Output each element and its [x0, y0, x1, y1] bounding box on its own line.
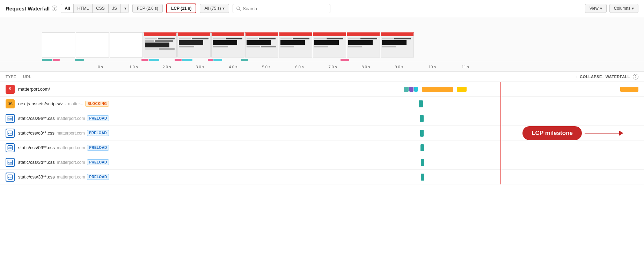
timeline-ruler: 0 s 1.0 s 2.0 s 3.0 s 4.0 s 5.0 s 6.0 s … [0, 62, 644, 72]
url-text: static/css/9e**.css matterport.com PRELO… [18, 115, 401, 121]
table-row: CSS static/css/33**.css matterport.com P… [0, 170, 644, 184]
url-text: static/css/c3**.css matterport.com PRELO… [18, 130, 401, 136]
filter-all[interactable]: All [61, 4, 74, 13]
filmstrip-frame-7 [279, 32, 312, 58]
url-text: static/css/33**.css matterport.com PRELO… [18, 174, 401, 180]
filter-html[interactable]: HTML [74, 4, 93, 13]
column-headers: TYPE URL → COLLAPSE ↓ WATERFALL ? [0, 72, 644, 82]
url-domain: matterport.com [57, 175, 85, 180]
svg-text:CSS: CSS [8, 147, 13, 149]
all-time-button[interactable]: All (75 s) ▾ [200, 4, 229, 13]
table-row: CSS static/css/c3**.css matterport.com P… [0, 126, 644, 140]
url-domain: matterport.com [57, 131, 85, 136]
table-row: JS nextjs-assets/scripts/v... matter... … [0, 97, 644, 111]
url-domain: matterport.com [57, 116, 85, 121]
filmstrip-frame-9 [347, 32, 380, 58]
filter-more-dropdown[interactable]: ▾ [121, 4, 129, 13]
help-icon[interactable]: ? [52, 6, 57, 11]
table-row: 5 matterport.com/ [0, 82, 644, 97]
filter-css[interactable]: CSS [93, 4, 109, 13]
lcp-bubble: LCP milestone [522, 126, 582, 140]
url-domain: matter... [68, 101, 83, 106]
url-text: nextjs-assets/scripts/v... matter... BLO… [18, 101, 401, 107]
svg-text:CSS: CSS [8, 162, 13, 164]
type-icon-css: CSS [6, 114, 15, 123]
url-path: static/css/33**.css [18, 174, 55, 180]
type-icon-css: CSS [6, 143, 15, 152]
search-icon [236, 6, 241, 11]
url-path: static/css/3d**.css [18, 160, 55, 165]
filmstrip-frame-2 [110, 32, 143, 58]
filmstrip-frame-6 [245, 32, 278, 58]
col-header-type: TYPE [6, 75, 23, 79]
type-icon-html: 5 [6, 85, 15, 94]
ruler-11s: 11 s [449, 65, 482, 69]
table-row: CSS static/css/09**.css matterport.com P… [0, 140, 644, 155]
columns-button[interactable]: Columns ▾ [609, 4, 638, 13]
url-domain: matterport.com [57, 145, 85, 150]
badge-blocking: BLOCKING [85, 101, 109, 107]
ruler-9s: 9.0 s [382, 65, 416, 69]
view-dropdown-icon: ▾ [600, 6, 602, 11]
type-icon-css: CSS [6, 129, 15, 138]
page-title-area: Request Waterfall ? [6, 6, 57, 12]
filter-group: All HTML CSS JS ▾ [61, 4, 129, 13]
filmstrip-frame-10 [381, 32, 414, 58]
badge-preload: PRELOAD [87, 159, 109, 165]
ruler-6s: 6.0 s [283, 65, 316, 69]
ruler-4s: 4.0 s [217, 65, 250, 69]
ruler-3s: 3.0 s [183, 65, 217, 69]
badge-preload: PRELOAD [87, 174, 109, 180]
url-path: static/css/09**.css [18, 145, 55, 150]
svg-text:CSS: CSS [8, 118, 13, 120]
url-path: matterport.com/ [18, 86, 50, 92]
lcp-milestone-annotation: LCP milestone [522, 126, 623, 140]
url-text: matterport.com/ [18, 86, 401, 92]
url-text: static/css/09**.css matterport.com PRELO… [18, 145, 401, 151]
svg-text:CSS: CSS [8, 132, 13, 135]
url-text: static/css/3d**.css matterport.com PRELO… [18, 159, 401, 165]
right-buttons: View ▾ Columns ▾ [585, 4, 638, 13]
filmstrip-row [0, 19, 644, 58]
badge-preload: PRELOAD [87, 145, 109, 151]
type-icon-css: CSS [6, 173, 15, 182]
type-icon-js: JS [6, 99, 15, 108]
url-path: nextjs-assets/scripts/v... [18, 101, 66, 106]
svg-line-1 [239, 9, 240, 10]
ruler-0s: 0 s [84, 65, 117, 69]
ruler-1s: 1.0 s [117, 65, 150, 69]
table-row: CSS static/css/3d**.css matterport.com P… [0, 155, 644, 170]
url-domain: matterport.com [57, 160, 85, 165]
ruler-2s: 2.0 s [150, 65, 183, 69]
filmstrip-frame-4 [177, 32, 211, 58]
badge-preload: PRELOAD [87, 130, 109, 136]
filmstrip-frame-1 [76, 32, 109, 58]
view-button[interactable]: View ▾ [585, 4, 607, 13]
top-bar: Request Waterfall ? All HTML CSS JS ▾ FC… [0, 0, 644, 17]
dropdown-arrow-icon: ▾ [222, 6, 225, 11]
collapse-button[interactable]: → COLLAPSE [574, 75, 602, 79]
lcp-arrow [585, 133, 623, 134]
filter-js[interactable]: JS [109, 4, 121, 13]
ruler-10s: 10 s [416, 65, 449, 69]
search-box[interactable] [233, 4, 330, 13]
fcp-button[interactable]: FCP (2.6 s) [132, 4, 163, 13]
filmstrip-frame-8 [313, 32, 346, 58]
filmstrip-area [0, 17, 644, 62]
col-header-url: URL [23, 75, 574, 79]
ruler-8s: 8.0 s [349, 65, 382, 69]
col-header-waterfall[interactable]: ↓ WATERFALL ? [602, 74, 638, 79]
type-icon-css: CSS [6, 158, 15, 167]
arrow-down-icon: ↓ [602, 75, 604, 79]
search-input[interactable] [243, 6, 327, 11]
columns-dropdown-icon: ▾ [632, 6, 634, 11]
url-path: static/css/c3**.css [18, 130, 54, 136]
lcp-button[interactable]: LCP (11 s) [166, 3, 196, 13]
filmstrip-frame-3 [144, 32, 177, 58]
page-title: Request Waterfall [6, 6, 50, 12]
table-row: CSS static/css/9e**.css matterport.com P… [0, 111, 644, 126]
waterfall-help-icon[interactable]: ? [633, 74, 638, 79]
ruler-5s: 5.0 s [250, 65, 283, 69]
arrow-right-icon: → [574, 75, 578, 79]
ruler-7s: 7.0 s [316, 65, 349, 69]
